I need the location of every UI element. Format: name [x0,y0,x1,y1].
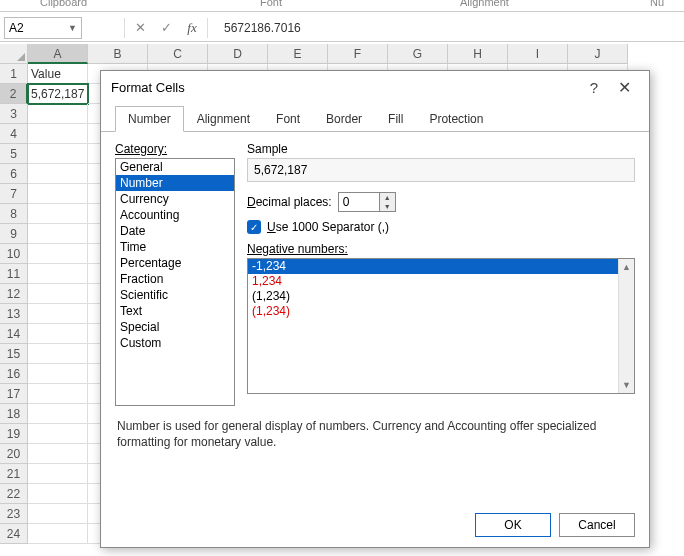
insert-function-icon[interactable]: fx [179,17,205,39]
tab-border[interactable]: Border [313,106,375,132]
row-header[interactable]: 16 [0,364,28,384]
spinner-up-icon[interactable]: ▲ [380,193,395,202]
negative-numbers-listbox[interactable]: -1,2341,234(1,234)(1,234) ▲ ▼ [247,258,635,394]
cell[interactable] [28,104,88,124]
cell[interactable] [28,504,88,524]
cell[interactable] [28,264,88,284]
cell[interactable] [28,184,88,204]
cell[interactable] [28,164,88,184]
tab-protection[interactable]: Protection [416,106,496,132]
cell[interactable]: 5,672,187 [28,84,88,104]
column-header[interactable]: A [28,44,88,64]
column-header[interactable]: H [448,44,508,64]
cell[interactable] [28,204,88,224]
column-header[interactable]: B [88,44,148,64]
tab-font[interactable]: Font [263,106,313,132]
cell[interactable] [28,344,88,364]
category-item[interactable]: Fraction [116,271,234,287]
category-item[interactable]: Currency [116,191,234,207]
row-header[interactable]: 21 [0,464,28,484]
scrollbar[interactable]: ▲ ▼ [618,259,634,393]
row-header[interactable]: 24 [0,524,28,544]
row-header[interactable]: 17 [0,384,28,404]
column-header[interactable]: E [268,44,328,64]
column-header[interactable]: I [508,44,568,64]
row-header[interactable]: 23 [0,504,28,524]
category-listbox[interactable]: GeneralNumberCurrencyAccountingDateTimeP… [115,158,235,406]
negative-format-item[interactable]: (1,234) [248,289,618,304]
negative-format-item[interactable]: 1,234 [248,274,618,289]
row-header[interactable]: 5 [0,144,28,164]
thousands-separator-checkbox[interactable]: ✓ [247,220,261,234]
close-icon[interactable]: ✕ [609,75,639,99]
row-header[interactable]: 4 [0,124,28,144]
ok-button[interactable]: OK [475,513,551,537]
cell[interactable] [28,244,88,264]
row-header[interactable]: 8 [0,204,28,224]
category-item[interactable]: Custom [116,335,234,351]
category-item[interactable]: Date [116,223,234,239]
column-header[interactable]: D [208,44,268,64]
select-all-corner[interactable] [0,44,28,64]
cancel-button[interactable]: Cancel [559,513,635,537]
cell[interactable] [28,444,88,464]
cell[interactable] [28,124,88,144]
category-item[interactable]: Scientific [116,287,234,303]
tab-number[interactable]: Number [115,106,184,132]
row-header[interactable]: 1 [0,64,28,84]
cell[interactable] [28,424,88,444]
row-header[interactable]: 20 [0,444,28,464]
dialog-titlebar[interactable]: Format Cells ? ✕ [101,71,649,103]
tab-fill[interactable]: Fill [375,106,416,132]
cell[interactable]: Value [28,64,88,84]
cell[interactable] [28,464,88,484]
cell[interactable] [28,484,88,504]
category-item[interactable]: Number [116,175,234,191]
cell[interactable] [28,324,88,344]
row-header[interactable]: 9 [0,224,28,244]
row-header[interactable]: 19 [0,424,28,444]
decimal-places-spinner[interactable]: ▲▼ [338,192,396,212]
cell[interactable] [28,364,88,384]
category-item[interactable]: Percentage [116,255,234,271]
formula-cancel-icon[interactable]: ✕ [127,17,153,39]
category-item[interactable]: Time [116,239,234,255]
chevron-down-icon[interactable]: ▼ [68,23,77,33]
help-icon[interactable]: ? [579,75,609,99]
spinner-down-icon[interactable]: ▼ [380,202,395,211]
row-header[interactable]: 18 [0,404,28,424]
cell[interactable] [28,524,88,544]
scroll-up-icon[interactable]: ▲ [619,259,634,275]
category-item[interactable]: General [116,159,234,175]
category-item[interactable]: Accounting [116,207,234,223]
name-box[interactable]: A2 ▼ [4,17,82,39]
cell[interactable] [28,144,88,164]
column-header[interactable]: C [148,44,208,64]
column-header[interactable]: J [568,44,628,64]
tab-alignment[interactable]: Alignment [184,106,263,132]
formula-enter-icon[interactable]: ✓ [153,17,179,39]
row-header[interactable]: 3 [0,104,28,124]
cell[interactable] [28,384,88,404]
row-header[interactable]: 15 [0,344,28,364]
column-header[interactable]: F [328,44,388,64]
category-item[interactable]: Special [116,319,234,335]
cell[interactable] [28,404,88,424]
negative-format-item[interactable]: -1,234 [248,259,618,274]
column-header[interactable]: G [388,44,448,64]
row-header[interactable]: 14 [0,324,28,344]
negative-format-item[interactable]: (1,234) [248,304,618,319]
category-item[interactable]: Text [116,303,234,319]
row-header[interactable]: 22 [0,484,28,504]
cell[interactable] [28,224,88,244]
row-header[interactable]: 11 [0,264,28,284]
row-header[interactable]: 2 [0,84,28,104]
scroll-down-icon[interactable]: ▼ [619,377,634,393]
row-header[interactable]: 13 [0,304,28,324]
decimal-places-input[interactable] [339,193,379,211]
cell[interactable] [28,304,88,324]
formula-input[interactable] [210,17,678,39]
row-header[interactable]: 10 [0,244,28,264]
row-header[interactable]: 6 [0,164,28,184]
cell[interactable] [28,284,88,304]
